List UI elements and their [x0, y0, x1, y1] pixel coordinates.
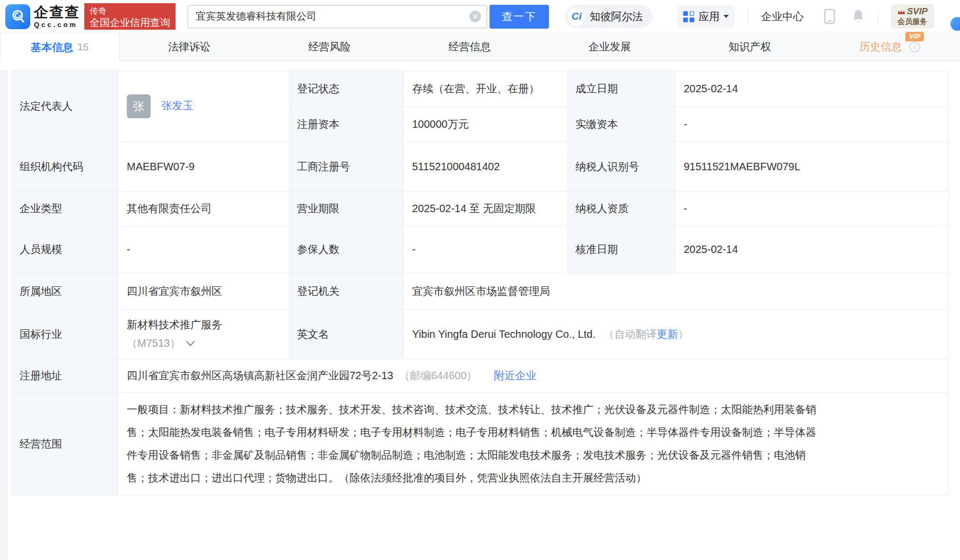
english-name: Yibin Yingfa Derui Technology Co., Ltd.	[412, 328, 596, 340]
tab-label: 知识产权	[729, 40, 771, 54]
qcc-logo[interactable]: 企查查 Qcc.com	[5, 4, 80, 29]
legal-rep-link[interactable]: 张发玉	[162, 100, 194, 111]
chevron-down-icon[interactable]	[186, 340, 195, 347]
table-row: 所属地区 四川省宜宾市叙州区 登记机关 宜宾市叙州区市场监督管理局	[12, 274, 949, 310]
field-label-reg-capital: 注册资本	[290, 107, 404, 142]
tab-intellectual-property[interactable]: 知识产权	[680, 33, 820, 60]
search-box: ✕	[187, 5, 487, 29]
industry-name: 新材料技术推广服务	[127, 318, 283, 332]
clear-icon[interactable]: ✕	[469, 11, 481, 22]
field-label-insured-count: 参保人数	[290, 226, 404, 274]
basic-info-panel: 企查查 QCC.COM 企查查 QCC.COM 企查查 QCC.COM 企查查 …	[0, 71, 960, 560]
table-row: 经营范围 一般项目：新材料技术推广服务；技术服务、技术开发、技术咨询、技术交流、…	[12, 393, 949, 495]
field-value-reg-status: 存续（在营、开业、在册）	[404, 71, 568, 107]
search-area: ✕ 查一下	[187, 5, 549, 29]
field-value-business-scope: 一般项目：新材料技术推广服务；技术服务、技术开发、技术咨询、技术交流、技术转让、…	[118, 393, 949, 495]
enterprise-center-link[interactable]: 企业中心	[761, 10, 804, 24]
mobile-app-icon[interactable]	[824, 8, 835, 24]
info-icon[interactable]: i	[909, 41, 920, 52]
qcc-logo-icon	[5, 4, 30, 29]
field-value-english-name: Yibin Yingfa Derui Technology Co., Ltd. …	[404, 310, 949, 359]
tab-label: 企业发展	[589, 40, 631, 54]
tab-label: 基本信息	[31, 40, 73, 55]
floating-widget-partial[interactable]	[950, 17, 960, 31]
promo-badge[interactable]: 传奇 全国企业信用查询	[84, 3, 176, 30]
field-label-taxpayer-id: 纳税人识别号	[568, 142, 675, 191]
divider	[878, 10, 878, 23]
qcc-logo-text: 企查查 Qcc.com	[34, 5, 80, 28]
table-row: 组织机构代码 MAEBFW07-9 工商注册号 511521000481402 …	[12, 142, 949, 191]
zhipi-alpha-icon: Ci	[568, 7, 586, 25]
field-label-industry: 国标行业	[12, 310, 118, 359]
field-value-taxpayer-id: 91511521MAEBFW079L	[675, 142, 949, 191]
promo-line2: 全国企业信用查询	[90, 16, 170, 29]
brand-name: 企查查	[34, 5, 80, 20]
field-label-biz-reg-no: 工商注册号	[290, 142, 404, 191]
field-value-region: 四川省宜宾市叙州区	[118, 274, 290, 310]
search-button[interactable]: 查一下	[490, 5, 549, 29]
field-value-reg-authority: 宜宾市叙州区市场监督管理局	[404, 274, 949, 310]
field-label-english-name: 英文名	[290, 310, 404, 359]
field-value-approval-date: 2025-02-14	[675, 226, 949, 274]
field-label-biz-term: 营业期限	[290, 191, 404, 226]
industry-code: （M7513）	[127, 336, 180, 351]
search-input[interactable]	[187, 5, 487, 29]
field-value-legal-rep: 张 张发玉	[118, 71, 290, 142]
tab-label: 历史信息	[859, 41, 902, 52]
apps-label: 应用	[699, 10, 720, 24]
table-row: 国标行业 新材料技术推广服务 （M7513） 英文名 Yibin Yingfa …	[12, 310, 949, 359]
table-row: 人员规模 - 参保人数 - 核准日期 2025-02-14	[12, 226, 949, 274]
apps-menu[interactable]: 应用	[677, 5, 735, 28]
translate-note-suffix: ）	[678, 328, 688, 340]
field-label-legal-rep: 法定代表人	[12, 71, 118, 142]
svip-membership-badge[interactable]: SVIP 会员服务	[891, 4, 934, 29]
tab-company-development[interactable]: 企业发展	[540, 33, 680, 60]
field-value-est-date: 2025-02-14	[675, 71, 949, 107]
divider	[748, 10, 748, 23]
field-label-org-code: 组织机构代码	[12, 142, 118, 191]
field-label-business-scope: 经营范围	[12, 393, 118, 495]
field-value-company-type: 其他有限责任公司	[118, 191, 290, 226]
field-value-address: 四川省宜宾市叙州区高场镇高新社区金润产业园72号2-13 （邮编644600） …	[118, 359, 949, 393]
field-label-company-type: 企业类型	[12, 191, 118, 226]
zhipi-alpha-entry[interactable]: Ci 知彼阿尔法	[565, 5, 652, 28]
field-label-address: 注册地址	[12, 359, 118, 393]
industry-code-row: （M7513）	[127, 336, 283, 351]
field-value-reg-capital: 100000万元	[404, 107, 568, 142]
svip-text: SVIP	[907, 6, 928, 17]
field-value-biz-term: 2025-02-14 至 无固定期限	[404, 191, 568, 226]
tab-operating-risk[interactable]: 经营风险	[259, 33, 399, 60]
translate-update-link[interactable]: 更新	[657, 328, 678, 340]
field-value-insured-count: -	[404, 226, 568, 274]
field-value-biz-reg-no: 511521000481402	[404, 142, 568, 191]
tab-legal-litigation[interactable]: 法律诉讼	[119, 33, 259, 60]
tab-basic-info[interactable]: 基本信息 15	[0, 33, 119, 61]
crown-icon	[897, 9, 905, 15]
nearby-companies-link[interactable]: 附近企业	[494, 370, 536, 381]
vip-badge: VIP	[905, 32, 924, 41]
field-label-reg-status: 登记状态	[290, 71, 404, 107]
tab-count: 15	[77, 41, 89, 53]
svip-line2: 会员服务	[897, 17, 928, 26]
tab-label: 经营风险	[308, 40, 351, 54]
translate-note-prefix: （自动翻译	[604, 328, 657, 340]
field-label-region: 所属地区	[12, 274, 118, 310]
field-label-est-date: 成立日期	[568, 71, 675, 107]
tab-operating-info[interactable]: 经营信息	[399, 33, 539, 60]
top-header: 企查查 Qcc.com 传奇 全国企业信用查询 ✕ 查一下 Ci 知彼阿尔法 应…	[0, 0, 960, 33]
field-value-taxpayer-quality: -	[675, 191, 949, 226]
table-row: 法定代表人 张 张发玉 登记状态 存续（在营、开业、在册） 成立日期 2025-…	[12, 71, 949, 107]
svip-line1: SVIP	[897, 6, 928, 17]
table-row: 企业类型 其他有限责任公司 营业期限 2025-02-14 至 无固定期限 纳税…	[12, 191, 949, 226]
tab-history-info[interactable]: 历史信息 VIP i	[820, 33, 960, 60]
notifications-bell-icon[interactable]	[851, 9, 865, 24]
tab-label: 法律诉讼	[168, 40, 211, 54]
field-value-paid-capital: -	[675, 107, 949, 142]
field-label-paid-capital: 实缴资本	[568, 107, 675, 142]
avatar[interactable]: 张	[127, 94, 151, 118]
apps-grid-icon	[683, 11, 694, 22]
field-label-approval-date: 核准日期	[568, 226, 675, 274]
left-gutter	[0, 71, 7, 560]
address-text: 四川省宜宾市叙州区高场镇高新社区金润产业园72号2-13	[127, 370, 393, 381]
field-value-org-code: MAEBFW07-9	[118, 142, 290, 191]
